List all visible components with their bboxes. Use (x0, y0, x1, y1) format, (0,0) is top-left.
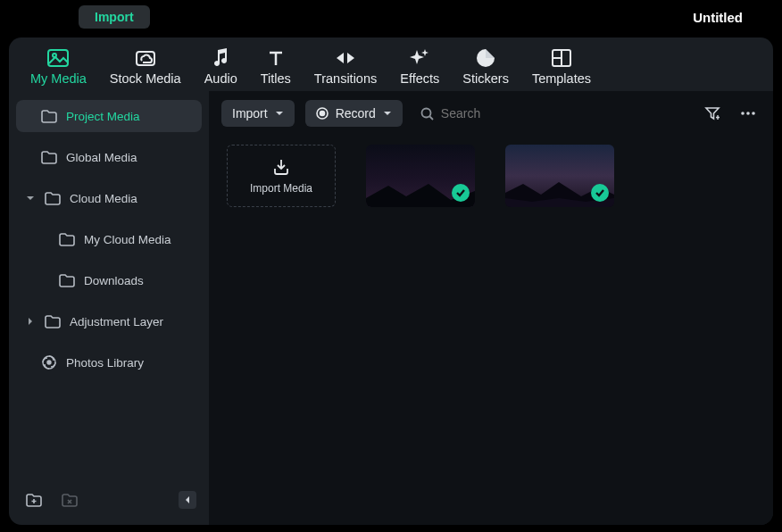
svg-point-10 (746, 112, 750, 115)
sidebar-label: Global Media (66, 151, 137, 164)
tab-audio[interactable]: Audio (194, 45, 248, 91)
sidebar-item-project-media[interactable]: Project Media (16, 100, 202, 132)
transitions-icon (335, 48, 356, 68)
sidebar-item-global-media[interactable]: Global Media (16, 141, 202, 173)
category-tabs: My Media Stock Media Audio (9, 37, 773, 91)
tab-titles[interactable]: Titles (250, 45, 302, 91)
sidebar-label: My Cloud Media (84, 233, 171, 246)
media-thumbnail[interactable] (505, 145, 614, 207)
search-icon (420, 107, 434, 121)
sidebar-item-cloud-media[interactable]: Cloud Media (16, 182, 202, 214)
sidebar-item-photos-library[interactable]: Photos Library (16, 346, 202, 378)
tab-templates[interactable]: Templates (521, 45, 602, 91)
chevron-down-icon (383, 110, 392, 117)
filter-button[interactable] (700, 101, 725, 126)
tab-label: Stickers (462, 71, 509, 86)
svg-point-7 (320, 112, 324, 116)
svg-point-8 (421, 108, 430, 117)
tab-label: Effects (400, 71, 439, 86)
tab-my-media[interactable]: My Media (20, 45, 97, 91)
chevron-down-icon (25, 193, 36, 204)
more-options-button[interactable] (736, 101, 761, 126)
import-icon (271, 157, 291, 177)
record-icon (316, 107, 329, 120)
search-input[interactable] (441, 106, 548, 121)
import-mode-tab[interactable]: Import (79, 5, 150, 29)
record-dropdown[interactable]: Record (305, 100, 403, 127)
tab-effects[interactable]: Effects (389, 45, 450, 91)
import-dropdown[interactable]: Import (221, 100, 295, 127)
photos-library-icon (41, 354, 57, 370)
button-label: Record (336, 106, 376, 121)
svg-point-5 (47, 361, 51, 364)
svg-rect-0 (48, 50, 68, 66)
music-note-icon (212, 48, 229, 68)
sparkle-icon (410, 48, 429, 68)
chevron-right-icon (25, 316, 36, 327)
tab-label: Audio (204, 71, 237, 86)
image-icon (47, 48, 69, 68)
tab-label: Titles (261, 71, 291, 86)
cloud-media-icon (135, 48, 156, 68)
collapse-sidebar-button[interactable] (179, 491, 196, 509)
sidebar-label: Downloads (84, 274, 144, 287)
project-title: Untitled (693, 10, 743, 25)
text-icon (267, 48, 285, 68)
sticker-icon (476, 48, 495, 68)
tab-stickers[interactable]: Stickers (452, 45, 520, 91)
tab-stock-media[interactable]: Stock Media (99, 45, 192, 91)
tile-label: Import Media (250, 182, 312, 195)
new-folder-button[interactable] (21, 487, 46, 512)
sidebar-label: Adjustment Layer (70, 315, 163, 328)
media-thumbnail[interactable] (366, 145, 475, 207)
tab-label: My Media (30, 71, 87, 86)
sidebar-label: Cloud Media (70, 192, 137, 205)
sidebar-item-downloads[interactable]: Downloads (16, 264, 202, 296)
sidebar-label: Project Media (66, 110, 140, 123)
svg-point-9 (741, 112, 745, 115)
svg-point-11 (752, 112, 755, 115)
tab-label: Stock Media (110, 71, 181, 86)
templates-icon (552, 48, 571, 68)
sidebar-item-adjustment-layer[interactable]: Adjustment Layer (16, 305, 202, 337)
applied-check-icon (591, 184, 609, 202)
tab-label: Templates (532, 71, 591, 86)
chevron-down-icon (275, 110, 284, 117)
import-media-tile[interactable]: Import Media (227, 145, 336, 207)
media-sidebar: Project Media Global Media Cloud Media M… (9, 91, 209, 525)
sidebar-label: Photos Library (66, 356, 144, 370)
button-label: Import (232, 106, 268, 121)
search-field[interactable] (413, 106, 555, 121)
tab-label: Transitions (314, 71, 377, 86)
tab-transitions[interactable]: Transitions (304, 45, 387, 91)
applied-check-icon (452, 184, 470, 202)
delete-folder-button[interactable] (57, 487, 82, 512)
sidebar-item-my-cloud-media[interactable]: My Cloud Media (16, 223, 202, 255)
